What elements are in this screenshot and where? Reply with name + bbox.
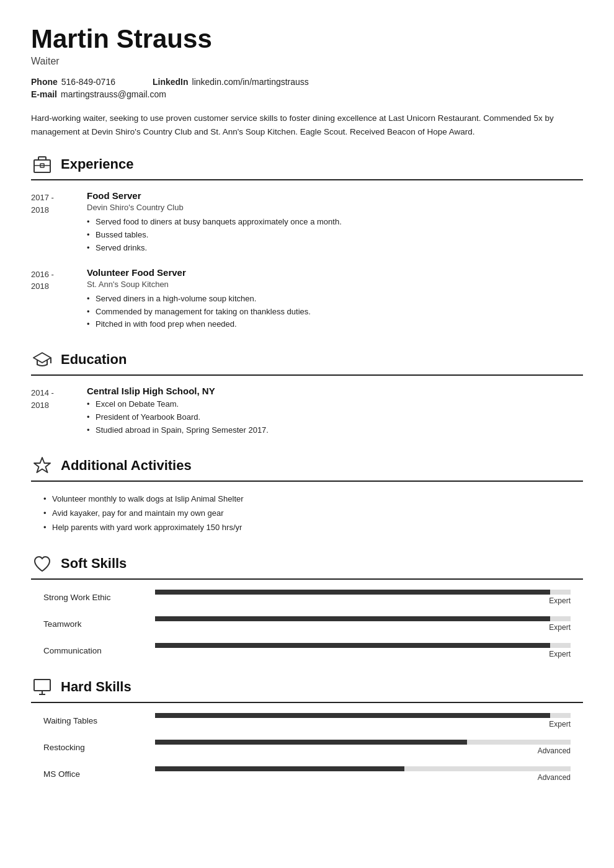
hard-skills-title: Hard Skills	[61, 679, 131, 695]
hard-skill-2-bar-area: Advanced	[155, 740, 571, 755]
soft-skill-2-level: Expert	[549, 623, 571, 632]
linkedin-value: linkedin.com/in/martingstrauss	[192, 77, 309, 87]
hard-skill-3-bar-area: Advanced	[155, 766, 571, 782]
hard-skill-2-track	[155, 740, 571, 745]
education-header: Education	[31, 348, 583, 376]
edu1-bullets: Excel on Debate Team. President of Yearb…	[87, 398, 583, 436]
soft-skill-3-track	[155, 643, 571, 648]
exp2-org: St. Ann's Soup Kitchen	[87, 280, 583, 289]
exp1-bullet-1: Served food to diners at busy banquets a…	[87, 216, 583, 229]
activity-2: Avid kayaker, pay for and maintain my ow…	[43, 506, 583, 520]
exp1-bullet-2: Bussed tables.	[87, 229, 583, 242]
email-contact: E-mail martingstrauss@gmail.com	[31, 89, 166, 99]
education-entry-1: 2014 -2018 Central Islip High School, NY…	[31, 386, 583, 436]
hard-skill-3: MS Office Advanced	[31, 766, 583, 782]
education-section: Education 2014 -2018 Central Islip High …	[31, 348, 583, 436]
hard-skill-3-name: MS Office	[43, 769, 155, 779]
exp2-title: Volunteer Food Server	[87, 267, 583, 278]
soft-skill-2-track	[155, 616, 571, 621]
hard-skill-1-bar-area: Expert	[155, 713, 571, 728]
soft-skill-3-bar-area: Expert	[155, 643, 571, 658]
soft-skill-3-name: Communication	[43, 646, 155, 655]
hard-skill-3-track	[155, 766, 571, 771]
edu1-date: 2014 -2018	[31, 386, 74, 436]
hard-skill-1-track	[155, 713, 571, 718]
hard-skill-3-fill	[155, 766, 404, 771]
hard-skills-section: Hard Skills Waiting Tables Expert Restoc…	[31, 676, 583, 782]
soft-skill-2-bar-area: Expert	[155, 616, 571, 632]
exp2-bullet-1: Served diners in a high-volume soup kitc…	[87, 293, 583, 306]
experience-icon	[31, 153, 53, 175]
edu1-bullet-1: Excel on Debate Team.	[87, 398, 583, 411]
contact-row-1: Phone 516-849-0716 LinkedIn linkedin.com…	[31, 77, 583, 87]
soft-skill-3: Communication Expert	[31, 643, 583, 658]
exp1-bullets: Served food to diners at busy banquets a…	[87, 216, 583, 254]
experience-entry-2: 2016 -2018 Volunteer Food Server St. Ann…	[31, 267, 583, 331]
edu1-title: Central Islip High School, NY	[87, 386, 583, 396]
edu1-bullet-2: President of Yearbook Board.	[87, 411, 583, 424]
resume-header: Martin Strauss Waiter Phone 516-849-0716…	[31, 25, 583, 99]
soft-skill-1-bar-area: Expert	[155, 590, 571, 605]
email-value: martingstrauss@gmail.com	[61, 89, 166, 99]
exp1-org: Devin Shiro's Country Club	[87, 203, 583, 212]
exp2-bullets: Served diners in a high-volume soup kitc…	[87, 293, 583, 331]
phone-label: Phone	[31, 77, 58, 87]
hard-skill-2-name: Restocking	[43, 743, 155, 752]
activities-title: Additional Activities	[61, 458, 192, 474]
activities-section: Additional Activities Volunteer monthly …	[31, 454, 583, 535]
soft-skill-2: Teamwork Expert	[31, 616, 583, 632]
svg-marker-4	[33, 353, 51, 363]
soft-skill-2-name: Teamwork	[43, 619, 155, 629]
soft-skills-section: Soft Skills Strong Work Ethic Expert Tea…	[31, 552, 583, 658]
soft-skill-1-fill	[155, 590, 550, 595]
experience-entry-1: 2017 -2018 Food Server Devin Shiro's Cou…	[31, 190, 583, 254]
activities-icon	[31, 454, 53, 477]
svg-rect-0	[34, 160, 50, 172]
hard-skill-1-name: Waiting Tables	[43, 716, 155, 725]
svg-marker-6	[34, 458, 50, 472]
contact-row-2: E-mail martingstrauss@gmail.com	[31, 89, 583, 99]
hard-skill-1: Waiting Tables Expert	[31, 713, 583, 728]
candidate-title: Waiter	[31, 56, 583, 67]
exp2-bullet-2: Commended by management for taking on th…	[87, 306, 583, 319]
soft-skill-1-name: Strong Work Ethic	[43, 593, 155, 602]
soft-skill-2-fill	[155, 616, 550, 621]
linkedin-label: LinkedIn	[153, 77, 189, 87]
soft-skill-3-level: Expert	[549, 650, 571, 658]
education-title: Education	[61, 352, 127, 368]
hard-skill-1-level: Expert	[549, 720, 571, 728]
exp1-content: Food Server Devin Shiro's Country Club S…	[87, 190, 583, 254]
candidate-name: Martin Strauss	[31, 25, 583, 53]
exp2-bullet-3: Pitched in with food prep when needed.	[87, 318, 583, 331]
summary-text: Hard-working waiter, seeking to use prov…	[31, 112, 583, 138]
svg-rect-7	[34, 680, 50, 691]
activities-bullets: Volunteer monthly to walk dogs at Islip …	[43, 492, 583, 535]
exp2-date: 2016 -2018	[31, 267, 74, 331]
activity-3: Help parents with yard work approximatel…	[43, 520, 583, 534]
soft-skill-1-level: Expert	[549, 596, 571, 605]
phone-contact: Phone 516-849-0716	[31, 77, 115, 87]
experience-title: Experience	[61, 156, 133, 172]
svg-rect-1	[38, 157, 46, 160]
hard-skill-3-level: Advanced	[538, 773, 571, 782]
soft-skill-1-track	[155, 590, 571, 595]
hard-skill-2-fill	[155, 740, 467, 745]
exp1-title: Food Server	[87, 190, 583, 201]
soft-skill-1: Strong Work Ethic Expert	[31, 590, 583, 605]
hard-skill-2: Restocking Advanced	[31, 740, 583, 755]
phone-value: 516-849-0716	[61, 77, 115, 87]
activities-header: Additional Activities	[31, 454, 583, 482]
exp1-date: 2017 -2018	[31, 190, 74, 254]
experience-header: Experience	[31, 153, 583, 180]
experience-section: Experience 2017 -2018 Food Server Devin …	[31, 153, 583, 331]
edu1-content: Central Islip High School, NY Excel on D…	[87, 386, 583, 436]
linkedin-contact: LinkedIn linkedin.com/in/martingstrauss	[153, 77, 309, 87]
hard-skill-1-fill	[155, 713, 550, 718]
hard-skills-header: Hard Skills	[31, 676, 583, 703]
soft-skills-icon	[31, 552, 53, 575]
hard-skills-icon	[31, 676, 53, 698]
hard-skill-2-level: Advanced	[538, 746, 571, 755]
soft-skill-3-fill	[155, 643, 550, 648]
soft-skills-header: Soft Skills	[31, 552, 583, 580]
soft-skills-title: Soft Skills	[61, 556, 127, 572]
